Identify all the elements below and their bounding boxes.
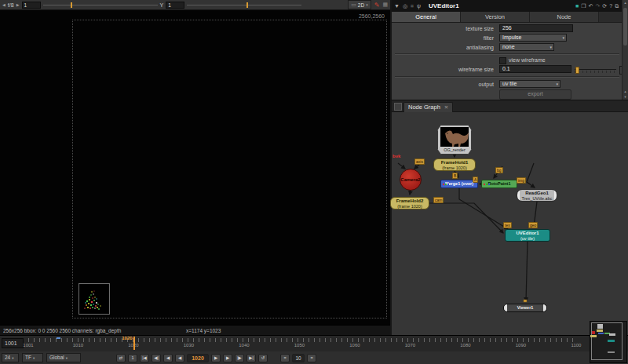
- tab-general[interactable]: General: [392, 12, 461, 22]
- redo-icon[interactable]: ↷: [595, 3, 600, 9]
- gamma-slider[interactable]: [187, 2, 301, 9]
- viewer-canvas[interactable]: 2560,2560: [0, 10, 390, 325]
- tick-label-1090: 1090: [516, 343, 526, 348]
- wireframe-size-input[interactable]: 0.1: [499, 65, 571, 73]
- viewer-panel: ◀ f/8 ▶ 1 Y 1 ▭ 2D ▾ ✎ ▦ 2560,2560: [0, 0, 390, 325]
- output-value: uv tile: [502, 81, 517, 86]
- node-sublabel: (uv tile): [506, 236, 550, 241]
- slider-ticks: [575, 71, 616, 73]
- increment-down-button[interactable]: =: [280, 354, 290, 362]
- minimap-node-5: [590, 335, 597, 337]
- texture-size-input[interactable]: 256: [499, 24, 573, 32]
- sync-button[interactable]: ⇄: [116, 354, 126, 362]
- fstop-label[interactable]: f/8: [8, 2, 14, 8]
- step-forward-button[interactable]: ▶: [211, 354, 221, 362]
- export-button[interactable]: export: [499, 89, 571, 100]
- goto-start-button[interactable]: |◀: [140, 354, 149, 362]
- view-mode-dropdown[interactable]: ▭ 2D ▾: [348, 0, 371, 9]
- wireframe-size-slider-handle[interactable]: [575, 67, 579, 74]
- playhead[interactable]: [133, 337, 135, 350]
- chevron-down-icon: ▾: [12, 356, 13, 360]
- tick-label-1100: 1100: [571, 343, 581, 348]
- scroll-up-icon[interactable]: ▲: [623, 1, 628, 5]
- loop-button[interactable]: ↺: [258, 354, 268, 362]
- properties-scrollbar[interactable]: ▲ ▲ ▼: [622, 0, 628, 100]
- format-bbox: 2560,2560: [72, 20, 387, 318]
- node-sublabel: (frame 1020): [391, 204, 429, 209]
- gain-prev-icon[interactable]: ◀: [2, 2, 5, 7]
- node-uveditor1[interactable]: UVEditor1(uv tile): [505, 229, 550, 242]
- minimap-node-0: [597, 324, 603, 329]
- center-node-icon[interactable]: ◎: [403, 3, 407, 9]
- gain-slider[interactable]: [43, 2, 158, 9]
- uv-render-thumbnail: [78, 283, 110, 315]
- output-dropdown[interactable]: uv tile ▾: [499, 80, 560, 88]
- gain-slider-handle[interactable]: [71, 2, 72, 8]
- gamma-input[interactable]: 1: [166, 2, 184, 9]
- node-camera2[interactable]: Camera2: [400, 169, 422, 191]
- node-label: UVEditor1: [506, 231, 550, 236]
- gamma-label[interactable]: Y: [160, 2, 164, 8]
- panel-menu-icon[interactable]: ▼: [394, 3, 400, 9]
- gain-input[interactable]: 1: [22, 2, 41, 9]
- filter-label: filter: [392, 34, 494, 42]
- scrollbar-thumb[interactable]: [623, 8, 627, 46]
- float-window-icon[interactable]: ❐: [581, 3, 586, 9]
- tab-close-icon[interactable]: ✕: [444, 104, 448, 110]
- node-rotopaint1[interactable]: RotoPaint1: [481, 180, 517, 188]
- timeline-row: 1001 10011010102010301040105010601070108…: [0, 336, 628, 352]
- node-framehold1[interactable]: FrameHold1(frame 1020): [433, 158, 476, 171]
- current-frame-field[interactable]: 1020: [187, 354, 209, 362]
- tab-version[interactable]: Version: [461, 12, 530, 22]
- range-mode-dropdown[interactable]: Global▾: [46, 353, 81, 362]
- increment-field[interactable]: 10: [292, 354, 305, 362]
- node-label: Viewer1: [504, 304, 546, 311]
- play-backward-button[interactable]: ◀: [163, 354, 173, 362]
- increment-up-button[interactable]: =: [307, 354, 316, 362]
- view-wireframe-checkbox[interactable]: [499, 57, 506, 64]
- pick-color-icon[interactable]: ψ: [417, 3, 421, 9]
- undo-icon[interactable]: ↶: [589, 3, 593, 9]
- wireframe-size-slider[interactable]: [575, 69, 616, 70]
- node-framehold2[interactable]: FrameHold2(frame 1020): [390, 197, 429, 209]
- annotate-pencil-icon[interactable]: ✎: [374, 2, 380, 9]
- antialiasing-label: antialiasing: [392, 43, 494, 52]
- script-icon[interactable]: ⧉: [615, 3, 619, 9]
- next-keyframe-button[interactable]: |▶: [235, 354, 244, 362]
- fps-dropdown[interactable]: 24▾: [2, 353, 19, 362]
- goto-end-button[interactable]: ▶|: [246, 354, 256, 362]
- prev-keyframe-button[interactable]: ◀|: [152, 354, 161, 362]
- gamma-slider-handle[interactable]: [246, 2, 248, 8]
- node-title[interactable]: UVEditor1: [429, 2, 459, 9]
- minimap-node-1: [597, 329, 603, 332]
- tab-label: Node Graph: [408, 104, 440, 111]
- scroll-down-icon[interactable]: ▼: [623, 95, 628, 99]
- tab-node[interactable]: Node: [530, 12, 599, 22]
- gain-next-icon[interactable]: ▶: [16, 2, 20, 7]
- play-forward-button[interactable]: ▶: [223, 354, 232, 362]
- focus-icon[interactable]: ⌗: [411, 3, 414, 9]
- range-start-input[interactable]: 1001: [2, 338, 24, 348]
- node-readgeo1[interactable]: ReadGeo1Trex_UVtile.abc: [517, 189, 557, 202]
- filter-dropdown[interactable]: Impulse ▾: [499, 34, 567, 42]
- postage-stamp-icon[interactable]: ■: [575, 3, 579, 9]
- minimap-view-rect[interactable]: [591, 322, 623, 360]
- view-select-button[interactable]: 1: [128, 354, 137, 362]
- scroll-up-icon[interactable]: ▲: [623, 89, 628, 93]
- node-viewer1[interactable]: Viewer1: [503, 304, 547, 312]
- frames-mode-dropdown[interactable]: TF▾: [22, 353, 43, 362]
- help-icon[interactable]: ?: [609, 3, 612, 9]
- wire-label-img: img: [517, 177, 526, 184]
- antialiasing-dropdown[interactable]: none ▾: [499, 43, 554, 51]
- node-graph-minimap[interactable]: [590, 321, 627, 363]
- timeline-strip: 1001 10011010102010301040105010601070108…: [0, 335, 628, 364]
- viewer-settings-icon[interactable]: ▦: [382, 2, 388, 8]
- panel-menu-icon[interactable]: [394, 103, 402, 111]
- timeline-track[interactable]: [28, 338, 578, 342]
- tick-label-1030: 1030: [184, 343, 194, 348]
- node-sublabel: Trex_UVtile.abc: [517, 196, 557, 201]
- revert-icon[interactable]: ⟳: [602, 3, 607, 9]
- node-og-render[interactable]: OG_render: [437, 125, 472, 155]
- node-graph-canvas[interactable]: OG_renderFrameHold1(frame 1020)Merge1 (o…: [392, 111, 628, 335]
- step-back-button[interactable]: ◀: [175, 354, 184, 362]
